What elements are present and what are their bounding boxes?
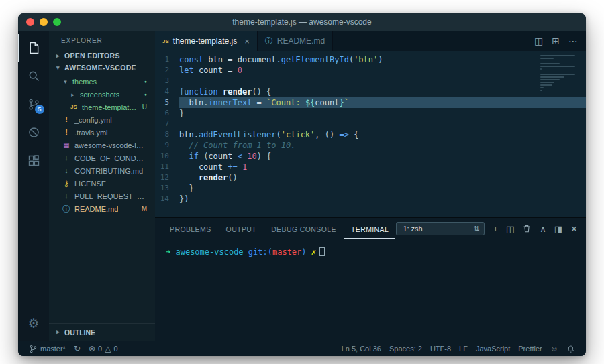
git-branch-status[interactable]: master* (25, 345, 70, 353)
shell-select-value: 1: zsh (403, 225, 422, 233)
terminal[interactable]: ➜ awesome-vscode git:(master) ✗ (155, 239, 586, 341)
code-text: }) (179, 194, 586, 204)
sync-icon: ↻ (74, 345, 81, 353)
line-number: 8 (155, 129, 179, 140)
status-item[interactable]: Ln 5, Col 36 (338, 345, 385, 353)
status-item[interactable]: Spaces: 2 (385, 345, 426, 353)
terminal-shell-select[interactable]: 1: zsh ⇅ (396, 222, 485, 235)
feedback-smiley[interactable]: ☺ (546, 345, 562, 353)
activity-settings[interactable]: ⚙ (18, 309, 49, 337)
line-number: 1 (155, 54, 179, 65)
file-item[interactable]: ↓CONTRIBUTING.md (49, 164, 155, 177)
prompt-segment: master (272, 247, 301, 257)
file-label: screenshots (80, 90, 119, 99)
file-item[interactable]: !_config.yml (49, 113, 155, 126)
file-label: LICENSE (74, 180, 106, 188)
file-item[interactable]: ▾themes● (49, 75, 155, 88)
toggle-layout[interactable]: ⊞ (552, 36, 560, 46)
smiley-icon: ☺ (550, 345, 558, 353)
code-line[interactable]: 7 (155, 119, 586, 129)
move-panel[interactable]: ◨ (554, 225, 562, 233)
zoom-window-button[interactable] (53, 18, 61, 26)
maximize-panel[interactable]: ∧ (540, 225, 546, 233)
file-item[interactable]: ▦awesome-vscode-logo... (49, 139, 155, 151)
code-text: } (179, 183, 586, 194)
code-line[interactable]: 3 (155, 76, 586, 86)
panel-tab-debug-console[interactable]: DEBUG CONSOLE (264, 219, 343, 239)
status-item[interactable]: JavaScript (472, 345, 514, 353)
activity-explorer[interactable] (18, 34, 49, 62)
status-item[interactable]: UTF-8 (426, 345, 455, 353)
close-window-button[interactable] (26, 18, 34, 26)
problems-status[interactable]: ⊗ 0 △ 0 (85, 345, 122, 353)
activity-search[interactable] (18, 62, 49, 90)
code-line[interactable]: 4function render() { (155, 86, 586, 97)
minimap-line (540, 74, 575, 75)
file-item[interactable]: ▸screenshots● (49, 88, 155, 101)
code-text: if (count < 10) { (179, 151, 586, 162)
vscode-window: theme-template.js — awesome-vscode 5 ⚙ E… (18, 13, 586, 356)
yaml-icon: ! (62, 129, 71, 136)
more-actions[interactable]: ⋯ (568, 36, 578, 46)
line-number: 2 (155, 65, 179, 76)
sync-status[interactable]: ↻ (70, 345, 85, 353)
close-panel[interactable]: ✕ (570, 225, 578, 233)
line-number: 10 (155, 151, 179, 162)
extensions-icon (27, 154, 41, 168)
activity-extensions[interactable] (18, 146, 49, 174)
file-item[interactable]: ↓CODE_OF_CONDUCT.... (49, 151, 155, 164)
title-bar[interactable]: theme-template.js — awesome-vscode (18, 13, 586, 31)
tab-bar: JStheme-template.js×ⓘREADME.md ◫⊞⋯ (155, 31, 586, 51)
code-line[interactable]: 2let count = 0 (155, 65, 586, 76)
file-item[interactable]: JStheme-template....U (49, 101, 155, 113)
code-line[interactable]: 5 btn.innerText = `Count: ${count}` (155, 97, 586, 108)
notifications[interactable] (562, 345, 579, 353)
minimap-line (540, 90, 542, 91)
code-line[interactable]: 12 render() (155, 172, 586, 183)
code-line[interactable]: 1const btn = document.getElementById('bt… (155, 54, 586, 65)
editor-tab[interactable]: JStheme-template.js× (155, 31, 258, 51)
error-count: 0 (98, 345, 102, 353)
file-item[interactable]: ↓PULL_REQUEST_TEMP... (49, 190, 155, 202)
workspace-root-section[interactable]: ▾ AWESOME-VSCODE (49, 62, 155, 74)
code-text: btn.addEventListener('click', () => { (179, 129, 586, 140)
js-icon: JS (162, 38, 169, 44)
close-tab-icon[interactable]: × (244, 36, 250, 46)
markdown-icon: ↓ (62, 154, 71, 162)
traffic-lights (26, 18, 61, 26)
open-editors-section[interactable]: ▸ OPEN EDITORS (49, 50, 155, 62)
prompt-segment: git:( (244, 247, 272, 257)
code-line[interactable]: 14}) (155, 194, 586, 204)
line-number: 14 (155, 194, 179, 204)
new-terminal[interactable]: + (493, 225, 498, 233)
kill-terminal[interactable] (522, 224, 532, 233)
info-icon: ⓘ (62, 205, 71, 213)
panel-tab-output[interactable]: OUTPUT (219, 219, 264, 239)
code-line[interactable]: 10 if (count < 10) { (155, 151, 586, 162)
split-editor[interactable]: ◫ (534, 36, 543, 46)
code-line[interactable]: 11 count += 1 (155, 162, 586, 172)
minimize-window-button[interactable] (40, 18, 48, 26)
status-item[interactable]: LF (455, 345, 472, 353)
file-item[interactable]: ⓘREADME.mdM (49, 202, 155, 215)
terminal-cursor (319, 247, 325, 256)
editor[interactable]: 1const btn = document.getElementById('bt… (155, 51, 586, 217)
panel-tab-problems[interactable]: PROBLEMS (163, 219, 218, 239)
panel-tab-terminal[interactable]: TERMINAL (344, 219, 395, 239)
minimap[interactable] (540, 55, 578, 91)
activity-source-control[interactable]: 5 (18, 90, 49, 118)
code-line[interactable]: 6} (155, 108, 586, 119)
outline-section[interactable]: ▸ OUTLINE (49, 323, 155, 341)
status-item[interactable]: Prettier (514, 345, 546, 353)
editor-tab[interactable]: ⓘREADME.md (258, 31, 333, 51)
code-line[interactable]: 8btn.addEventListener('click', () => { (155, 129, 586, 140)
activity-debug[interactable] (18, 118, 49, 146)
tab-label: theme-template.js (173, 36, 237, 46)
code-line[interactable]: 9 // Count from 1 to 10. (155, 140, 586, 151)
file-item[interactable]: ⚷LICENSE (49, 177, 155, 190)
code-line[interactable]: 13 } (155, 183, 586, 194)
minimap-line (540, 58, 554, 59)
split-terminal[interactable]: ◫ (506, 225, 514, 233)
file-item[interactable]: !.travis.yml (49, 126, 155, 139)
line-number: 6 (155, 108, 179, 119)
